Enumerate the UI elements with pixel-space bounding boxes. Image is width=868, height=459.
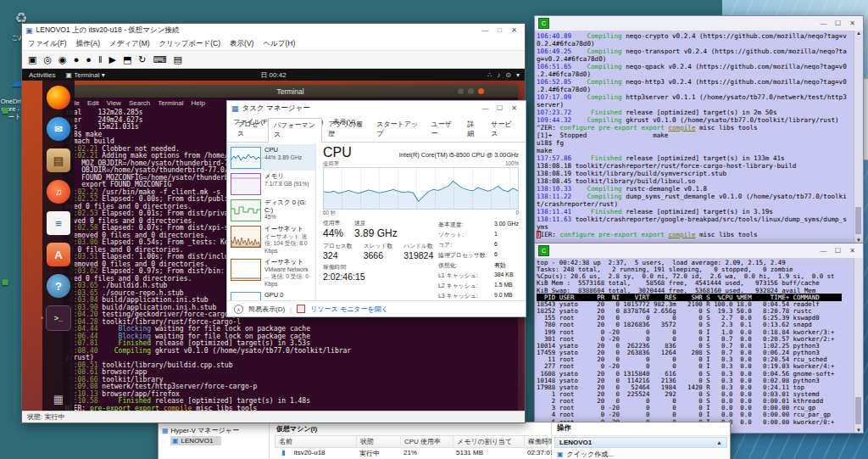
hyperv-tree-root-label: Hyper-V マネージャー: [171, 426, 239, 435]
maximize-button[interactable]: ☐: [492, 103, 507, 115]
console-scrollbar[interactable]: ▲ ▼: [854, 31, 863, 243]
maximize-button[interactable]: ☐: [831, 245, 845, 257]
resource-monitor-link[interactable]: リソース モニターを開く: [310, 305, 388, 314]
quick-create-action[interactable]: ▣ クイック作成...: [552, 448, 730, 459]
pause-icon[interactable]: ‖: [98, 54, 103, 64]
power-icon[interactable]: ⊙: [505, 71, 511, 79]
hyperv-vm-row[interactable]: ▮ itsv20-u18 実行中 21% 5131 MB 02:37:07: [275, 448, 548, 459]
performance-sidebar: CPU 44% 3.89 GHz メモリ 7.1/7.8 GB (91%): [227, 143, 316, 300]
terminal-menu-item[interactable]: Terminal: [158, 99, 183, 107]
task-manager-tab[interactable]: ユーザー: [426, 117, 462, 142]
close-button[interactable]: ✕: [507, 25, 521, 36]
console-titlebar[interactable]: C — ☐ ✕: [535, 16, 863, 31]
chevron-up-circle-icon[interactable]: ∧: [234, 305, 243, 314]
minimize-button[interactable]: [458, 88, 464, 94]
task-manager-tab[interactable]: スタートアップ: [370, 117, 425, 142]
vm-menu-item[interactable]: 表示(V): [230, 39, 253, 49]
minimize-button[interactable]: —: [816, 18, 831, 30]
firefox-icon[interactable]: [47, 86, 70, 109]
ubuntu-clock[interactable]: 日 00:42: [260, 70, 286, 80]
sidebar-item[interactable]: メモリ 7.1/7.8 GB (91%): [227, 171, 315, 197]
scroll-down-icon[interactable]: ▼: [854, 428, 863, 433]
close-button[interactable]: ✕: [845, 18, 860, 30]
sidebar-thumbnail: [231, 226, 261, 248]
vm-menu-item[interactable]: ヘルプ(H): [263, 39, 295, 49]
hyperv-column-header[interactable]: CPU 使用率: [401, 436, 453, 447]
task-manager-titlebar[interactable]: ▦ タスク マネージャー — ☐ ✕: [227, 101, 526, 115]
hyperv-manager-window: ▦ Hyper-V マネージャー ▣ LENOVO1 仮想マシン(I) 名前状態…: [158, 422, 731, 459]
terminal-titlebar[interactable]: Terminal: [63, 85, 518, 98]
close-button[interactable]: [478, 88, 484, 94]
terminal-menu-item[interactable]: View: [107, 99, 121, 107]
minimize-button[interactable]: —: [478, 103, 492, 115]
simple-view-button[interactable]: 簡易表示(D): [248, 305, 285, 314]
desktop-icon-glyph: ■: [0, 103, 15, 119]
save-icon[interactable]: ⬒: [123, 54, 131, 65]
switch-display-icon[interactable]: ▣: [28, 54, 36, 65]
sidebar-item[interactable]: ディスク 0 (G: C:) 45%: [227, 197, 315, 223]
task-manager-tab[interactable]: アプリの履歴: [322, 117, 370, 142]
task-manager-tab[interactable]: プロセス: [231, 117, 268, 142]
hyperv-tree-host[interactable]: ▣ LENOVO1: [170, 436, 221, 445]
cube-shortcut2-icon[interactable]: ■: [0, 266, 15, 305]
spec-value: 3.00 GHz: [494, 221, 519, 229]
vm-menu-item[interactable]: クリップボード(C): [159, 39, 221, 49]
vm-titlebar[interactable]: ▣ LENOVO1 上の itsv20-u18 - 仮想マシン接続 — □ ✕: [22, 24, 525, 37]
task-manager-tab[interactable]: サービス: [485, 117, 521, 142]
maximize-button[interactable]: [468, 88, 474, 94]
ctrl-alt-del-icon[interactable]: ◎: [43, 54, 52, 65]
activities-button[interactable]: Activities: [29, 71, 56, 79]
actions-host-band[interactable]: LENOVO1 ▲: [554, 437, 727, 448]
ubuntu-software-icon[interactable]: A: [47, 243, 70, 266]
scrollbar-thumb[interactable]: [855, 207, 861, 234]
task-manager-footer: ∧ 簡易表示(D) | リソース モニターを開く: [227, 300, 526, 316]
shut-down-icon[interactable]: ●: [86, 54, 92, 64]
task-manager-tab[interactable]: パフォーマンス: [268, 118, 322, 143]
volume-icon[interactable]: ♪: [497, 71, 500, 79]
hyperv-column-header[interactable]: メモリの割り当て: [453, 436, 525, 447]
hyperv-tree-root[interactable]: ▦ Hyper-V マネージャー: [160, 425, 267, 436]
terminal-icon[interactable]: >_: [46, 305, 71, 331]
cube-shortcut-icon[interactable]: ■: [0, 95, 15, 134]
close-button[interactable]: ✕: [507, 103, 521, 115]
console-scrollbar[interactable]: ▼: [854, 258, 863, 433]
sidebar-item[interactable]: イーサネット イーサネット 送信: 104 受信: 8.0 Kbps: [227, 223, 315, 256]
terminal-menu-item[interactable]: Search: [129, 99, 150, 107]
start-icon[interactable]: ◉: [58, 54, 67, 65]
rhythmbox-icon[interactable]: ♫: [47, 180, 70, 204]
sidebar-item[interactable]: CPU 44% 3.89 GHz: [227, 144, 315, 171]
vm-menu-item[interactable]: ファイル(F): [28, 39, 67, 49]
app-grid-icon[interactable]: ▦: [53, 393, 64, 406]
scrollbar-thumb[interactable]: [855, 397, 861, 424]
help-icon[interactable]: ?: [47, 274, 70, 298]
sidebar-item[interactable]: イーサネット VMware Network ... 送信: 0 受信: 0 Kb…: [227, 256, 315, 289]
maximize-button[interactable]: ☐: [831, 18, 845, 30]
enhanced-session-icon[interactable]: ▤: [173, 54, 181, 65]
console-titlebar[interactable]: C — ☐ ✕: [535, 243, 863, 259]
hyperv-column-header[interactable]: 状態: [357, 436, 401, 447]
minimize-button[interactable]: —: [816, 245, 831, 257]
sidebar-item[interactable]: GPU 0 Intel(R) UHD Grap... 11%: [227, 289, 315, 300]
terminal-menu-item[interactable]: Help: [191, 99, 204, 107]
revert-icon[interactable]: ↻: [138, 54, 146, 65]
collapse-icon[interactable]: ▲: [716, 439, 722, 445]
vm-menu-item[interactable]: 操作(A): [76, 39, 100, 49]
task-manager-tab[interactable]: 詳細: [461, 117, 485, 142]
resume-icon[interactable]: ▶: [108, 54, 115, 65]
app-menu[interactable]: ▣ Terminal ▾: [66, 71, 105, 79]
files-icon[interactable]: ▤: [47, 148, 70, 172]
maximize-button[interactable]: □: [492, 25, 507, 36]
keyboard-icon[interactable]: ⌨: [153, 54, 167, 65]
minimize-button[interactable]: —: [478, 25, 492, 36]
network-icon[interactable]: ∴: [487, 71, 492, 79]
thunderbird-icon[interactable]: ✉: [47, 117, 70, 141]
vm-menu-item[interactable]: メディア(M): [109, 39, 150, 49]
terminal-menu-item[interactable]: Edit: [87, 99, 99, 107]
hyperv-column-header[interactable]: 名前: [275, 436, 357, 447]
chevron-down-icon[interactable]: ▾: [516, 71, 520, 79]
scroll-up-icon[interactable]: ▲: [854, 31, 863, 36]
turn-off-icon[interactable]: ●: [74, 54, 80, 64]
libreoffice-writer-icon[interactable]: ≡: [47, 211, 70, 235]
close-button[interactable]: ✕: [845, 245, 860, 257]
cpu-model: Intel(R) Core(TM) i5-8500 CPU @ 3.00GHz: [399, 151, 519, 159]
